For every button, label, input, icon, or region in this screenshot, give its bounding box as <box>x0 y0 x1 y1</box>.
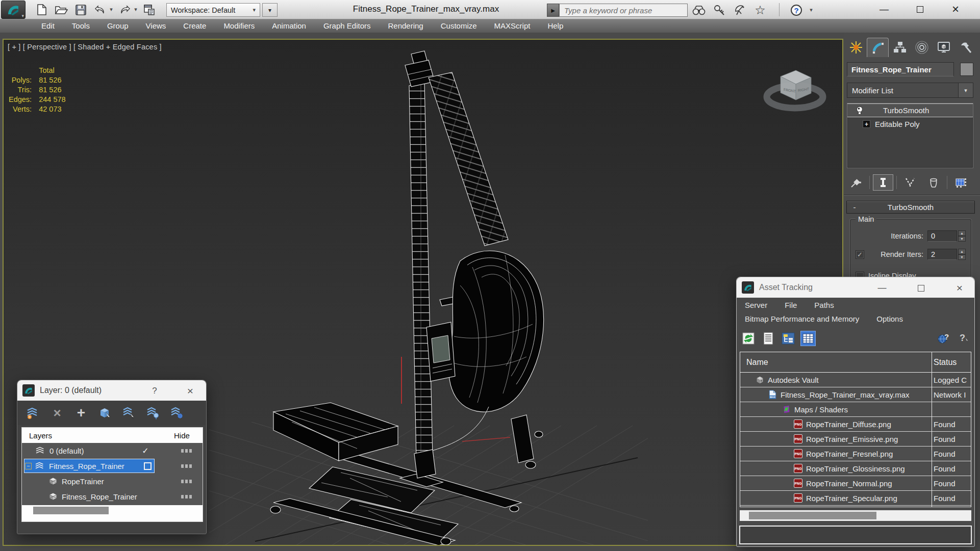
add-selection-to-layer-button[interactable]: + <box>73 405 89 421</box>
redo-button[interactable] <box>116 3 133 17</box>
configure-modifier-sets-button[interactable] <box>950 174 971 191</box>
tab-modify[interactable] <box>867 38 889 57</box>
asset-row-emissive[interactable]: PNG RopeTrainer_Emissive.png Found <box>740 432 971 447</box>
layer-row-ropetrainer-object[interactable]: RopeTrainer <box>22 474 203 489</box>
tab-utilities[interactable] <box>954 38 976 57</box>
name-column-header[interactable]: Name <box>740 358 928 367</box>
select-objects-in-layer-button[interactable] <box>97 405 113 421</box>
tab-display[interactable] <box>933 38 954 57</box>
menu-server[interactable]: Server <box>745 301 767 309</box>
modifier-list-chevron[interactable]: ▾ <box>958 83 973 97</box>
tab-hierarchy[interactable] <box>889 38 911 57</box>
iterations-input[interactable]: 0 <box>927 230 957 242</box>
menu-rendering[interactable]: Rendering <box>379 19 432 33</box>
sign-in-button[interactable] <box>710 3 728 17</box>
minimize-button[interactable]: — <box>870 1 898 17</box>
remove-modifier-button[interactable] <box>923 174 944 191</box>
expand-plus-icon[interactable]: + <box>863 120 870 128</box>
close-button[interactable]: × <box>942 1 969 17</box>
asset-row-fresnel[interactable]: PNG RopeTrainer_Fresnel.png Found <box>740 447 971 461</box>
redo-dropdown-icon[interactable]: ▾ <box>132 6 139 13</box>
modifier-list-dropdown[interactable]: Modifier List <box>847 83 973 98</box>
create-new-layer-button[interactable] <box>26 405 41 421</box>
asset-close-button[interactable]: × <box>951 281 968 295</box>
menu-maxscript[interactable]: MAXScript <box>486 19 539 33</box>
highlight-selected-layer-button[interactable] <box>145 405 161 421</box>
viewcube[interactable]: FRONT RIGHT <box>767 70 823 108</box>
render-iters-input[interactable]: 2 <box>927 249 957 260</box>
tab-create[interactable] <box>845 38 867 57</box>
asset-row-maxfile[interactable]: MAX Fitness_Rope_Trainer_max_vray.max Ne… <box>740 387 971 402</box>
menu-edit[interactable]: Edit <box>33 19 63 33</box>
collapse-expander[interactable]: − <box>25 463 32 469</box>
tab-motion[interactable] <box>911 38 933 57</box>
table-view-button[interactable] <box>800 331 816 346</box>
stack-item-turbosmooth[interactable]: TurboSmooth <box>847 103 973 117</box>
help-dropdown-icon[interactable]: ▾ <box>808 7 815 14</box>
object-color-swatch[interactable] <box>960 63 973 76</box>
hide-toggle[interactable] <box>181 449 193 453</box>
viewport-label[interactable]: [ + ] [ Perspective ] [ Shaded + Edged F… <box>8 43 162 51</box>
asset-row-maps-shaders[interactable]: Maps / Shaders <box>740 402 971 417</box>
menu-animation[interactable]: Animation <box>263 19 315 33</box>
hide-toggle[interactable] <box>181 495 193 498</box>
layer-hscrollbar[interactable] <box>22 505 203 516</box>
set-current-layer-button[interactable] <box>121 405 137 421</box>
menu-views[interactable]: Views <box>137 19 175 33</box>
menu-options[interactable]: Options <box>876 314 903 323</box>
menu-tools[interactable]: Tools <box>63 19 98 33</box>
asset-minimize-button[interactable]: — <box>873 281 891 295</box>
search-input[interactable] <box>559 4 688 17</box>
delete-layer-button[interactable]: × <box>49 405 65 421</box>
open-file-button[interactable] <box>53 3 69 17</box>
asset-row-normal[interactable]: PNG RopeTrainer_Normal.png Found <box>740 476 971 491</box>
scrollbar-thumb[interactable] <box>749 512 876 519</box>
layer-help-button[interactable]: ? <box>146 384 163 398</box>
stack-item-editable-poly[interactable]: + Editable Poly <box>847 117 973 131</box>
asset-row-vault[interactable]: Autodesk Vault Logged C <box>740 373 971 387</box>
communication-center-button[interactable] <box>731 3 749 17</box>
menu-modifiers[interactable]: Modifiers <box>215 19 263 33</box>
status-column-header[interactable]: Status <box>928 358 957 367</box>
current-layer-checkbox[interactable] <box>141 462 154 470</box>
layer-dialog-titlebar[interactable]: Layer: 0 (default) ? × <box>17 380 206 401</box>
list-view-button[interactable] <box>761 331 776 346</box>
object-name-field[interactable]: Fitness_Rope_Trainer <box>847 62 954 76</box>
hierarchy-view-button[interactable] <box>781 331 796 346</box>
save-file-button[interactable] <box>72 3 89 17</box>
show-end-result-button[interactable] <box>873 174 893 191</box>
context-help-button[interactable]: ? <box>956 331 971 346</box>
asset-row-diffuse[interactable]: PNG RopeTrainer_Diffuse.png Found <box>740 417 971 432</box>
asset-row-specular[interactable]: PNG RopeTrainer_Specular.png Found <box>740 491 971 506</box>
asset-hscrollbar[interactable] <box>740 510 971 521</box>
help-button[interactable]: ? <box>787 3 806 17</box>
turbosmooth-rollout-header[interactable]: - TurboSmooth <box>846 201 975 214</box>
workspace-selector[interactable]: Workspace: Default ▾ <box>166 3 260 17</box>
menu-customize[interactable]: Customize <box>432 19 486 33</box>
asset-row-glossiness[interactable]: PNG RopeTrainer_Glossiness.png Found <box>740 461 971 476</box>
hide-toggle[interactable] <box>181 480 193 483</box>
layer-close-button[interactable]: × <box>182 384 199 398</box>
layer-properties-button[interactable] <box>169 405 185 421</box>
workspace-flyout-button[interactable]: ▾ <box>262 3 278 17</box>
hide-toggle[interactable] <box>181 464 193 468</box>
menu-create[interactable]: Create <box>174 19 215 33</box>
asset-tracking-titlebar[interactable]: Asset Tracking — × <box>737 277 974 298</box>
project-folder-button[interactable] <box>141 3 157 17</box>
search-go-button[interactable]: ▶ <box>547 4 559 17</box>
make-unique-button[interactable] <box>900 174 920 191</box>
refresh-button[interactable] <box>741 331 756 346</box>
layer-row-default[interactable]: 0 (default) ✓ <box>22 443 203 458</box>
undo-button[interactable] <box>92 3 108 17</box>
new-file-button[interactable] <box>34 3 50 17</box>
layers-column-header[interactable]: Layers <box>22 431 174 440</box>
iterations-spinner[interactable]: ▲▼ <box>958 230 966 242</box>
max-logo-button[interactable]: ▾ <box>1 1 26 19</box>
menu-bitmap-performance[interactable]: Bitmap Performance and Memory <box>745 314 859 323</box>
pin-stack-button[interactable] <box>846 174 866 191</box>
render-iters-spinner[interactable]: ▲▼ <box>958 249 966 260</box>
online-help-button[interactable]: ? <box>936 331 951 346</box>
layer-row-fitness-object[interactable]: Fitness_Rope_Trainer <box>22 489 203 504</box>
search-help-button[interactable] <box>690 3 708 17</box>
layer-row-fitness-rope-trainer[interactable]: − Fitness_Rope_Trainer <box>22 458 203 474</box>
